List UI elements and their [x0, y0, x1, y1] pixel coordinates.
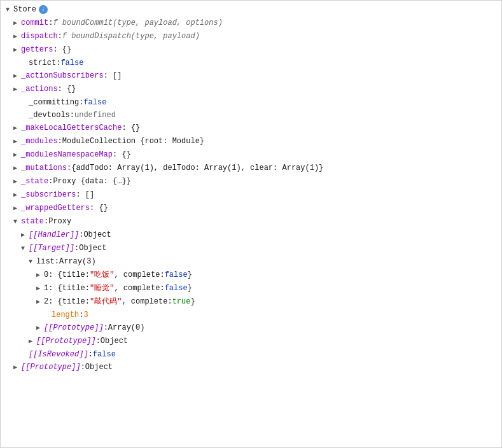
console-line-isRevoked: [[IsRevoked]]: false	[1, 348, 501, 361]
function-text: f boundCommit(type, payload, options)	[53, 17, 222, 29]
separator: : {title:	[48, 283, 90, 294]
separator: :	[58, 136, 62, 147]
property-value: Object	[85, 361, 113, 373]
toggle-collapsed[interactable]	[29, 336, 36, 347]
console-line-state: state: Proxy	[1, 215, 501, 228]
toggle-expanded[interactable]	[6, 4, 13, 16]
separator: : {}	[122, 122, 140, 134]
toggle-collapsed[interactable]	[13, 45, 21, 56]
toggle-collapsed[interactable]	[13, 71, 21, 82]
property-value: Proxy	[48, 216, 71, 227]
toggle-collapsed[interactable]	[36, 270, 44, 281]
console-line-commit: commit: f boundCommit(type, payload, opt…	[1, 17, 501, 30]
toggle-collapsed[interactable]	[36, 297, 44, 308]
property-value: Object	[101, 335, 128, 347]
separator: :	[79, 97, 83, 108]
console-line-state-proxy: _state: Proxy {data: {…}}	[1, 175, 501, 188]
array-length: 3	[83, 309, 88, 321]
separator: :	[56, 57, 60, 69]
toggle-collapsed[interactable]	[13, 84, 21, 95]
console-line-prototype-root: [[Prototype]]: Object	[1, 361, 501, 374]
property-key: list	[36, 256, 55, 267]
string-value: "睡觉"	[90, 283, 114, 294]
string-value: "敲代码"	[90, 296, 122, 307]
separator: :	[96, 335, 101, 347]
property-value: Proxy {data: {…}}	[53, 176, 130, 187]
separator: , complete:	[122, 296, 172, 307]
property-key: _committing	[29, 97, 79, 108]
separator: :	[70, 109, 74, 121]
toggle-collapsed[interactable]	[13, 163, 21, 174]
toggle-collapsed[interactable]	[13, 203, 21, 214]
toggle-collapsed[interactable]	[13, 150, 21, 161]
separator: :	[48, 176, 53, 187]
separator: }	[190, 296, 195, 307]
toggle-collapsed[interactable]	[13, 190, 21, 201]
console-line-getters: getters: {}	[1, 43, 501, 57]
toggle-collapsed[interactable]	[21, 230, 29, 241]
console-line-prototype-array: [[Prototype]]: Array(0)	[1, 321, 501, 335]
console-line-prototype-object: [[Prototype]]: Object	[1, 335, 501, 348]
toggle-expanded[interactable]	[13, 216, 21, 228]
toggle-collapsed[interactable]	[36, 283, 44, 295]
console-line-modules: _modules: ModuleCollection {root: Module…	[1, 135, 501, 148]
property-key: _modules	[21, 136, 58, 147]
property-key: _state	[21, 176, 48, 187]
property-key: _modulesNamespaceMap	[21, 149, 113, 160]
separator: : {title:	[48, 269, 90, 281]
separator: :	[55, 256, 59, 267]
property-key: _makeLocalGettersCache	[21, 122, 122, 134]
property-value: false	[60, 57, 83, 69]
property-value: Object	[79, 242, 106, 254]
property-key: _wrappedGetters	[21, 202, 90, 214]
separator: }	[188, 269, 192, 281]
property-key: 0	[44, 269, 48, 281]
separator: }	[188, 283, 192, 294]
console-line-target: [[Target]]: Object	[1, 242, 501, 255]
property-value: true	[172, 296, 191, 307]
property-key: strict	[29, 57, 56, 69]
toggle-collapsed[interactable]	[13, 18, 21, 29]
internal-property: [[Prototype]]	[44, 322, 104, 333]
toggle-collapsed[interactable]	[13, 31, 21, 43]
property-key: _subscribers	[21, 189, 76, 200]
console-line-dispatch: dispatch: f boundDispatch(type, payload)	[1, 30, 501, 43]
toggle-collapsed[interactable]	[13, 136, 21, 148]
console-line-list: list: Array(3)	[1, 255, 501, 269]
console-line-actions: _actions: {}	[1, 83, 501, 96]
property-key: state	[21, 216, 44, 227]
toggle-collapsed[interactable]	[13, 176, 21, 188]
property-value: Array(0)	[108, 322, 145, 333]
toggle-collapsed[interactable]	[13, 123, 21, 134]
toggle-expanded[interactable]	[29, 256, 36, 268]
console-line-makeLocalGettersCache: _makeLocalGettersCache: {}	[1, 122, 501, 135]
console-line-modulesNamespaceMap: _modulesNamespaceMap: {}	[1, 148, 501, 162]
property-key: getters	[21, 44, 53, 55]
console-line-actionSubscribers: _actionSubscribers: []	[1, 69, 501, 83]
separator: :	[74, 242, 79, 254]
info-icon[interactable]: i	[39, 5, 48, 14]
separator: :	[81, 361, 85, 373]
property-value: false	[165, 269, 188, 281]
property-value: undefined	[74, 109, 116, 121]
property-value: Object	[83, 229, 111, 241]
property-value: false	[93, 349, 116, 360]
separator: :	[88, 349, 93, 360]
internal-property: [[Handler]]	[29, 229, 79, 241]
separator: : {}	[90, 202, 108, 214]
separator: , complete:	[114, 269, 164, 281]
property-key: _actions	[21, 83, 58, 95]
toggle-collapsed[interactable]	[36, 323, 44, 334]
separator: :	[104, 322, 108, 333]
console-line-item2: 2: {title: "敲代码", complete: true}	[1, 295, 501, 309]
property-value: ModuleCollection {root: Module}	[62, 136, 204, 147]
string-value: "吃饭"	[90, 269, 114, 281]
console-line-mutations: _mutations: {addTodo: Array(1), delTodo:…	[1, 162, 501, 175]
separator: : {}	[113, 149, 131, 160]
console-line-committing: _committing: false	[1, 96, 501, 109]
console-line-subscribers: _subscribers: []	[1, 188, 501, 202]
toggle-expanded[interactable]	[21, 243, 29, 255]
internal-property: [[IsRevoked]]	[29, 349, 88, 360]
separator: :	[48, 17, 53, 29]
toggle-collapsed[interactable]	[13, 362, 21, 374]
